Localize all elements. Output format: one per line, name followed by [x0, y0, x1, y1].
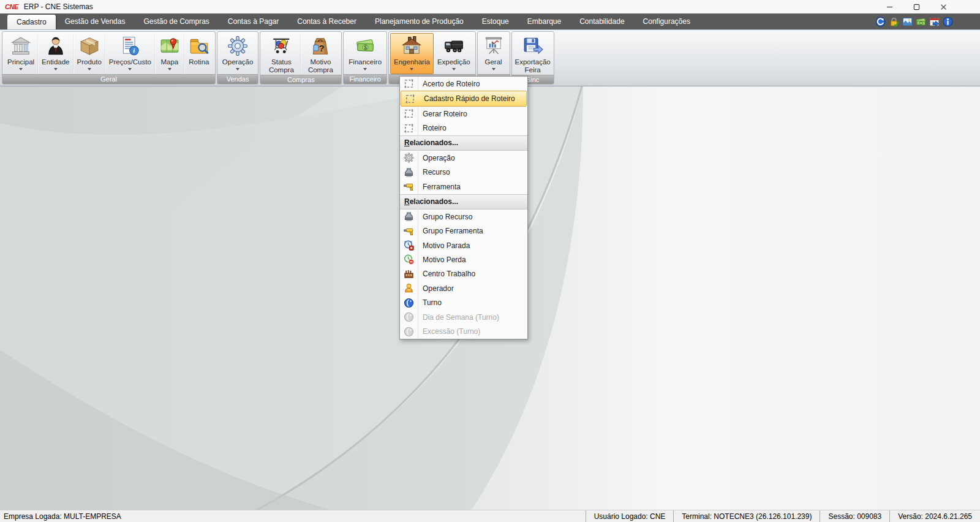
- tab-contas-a-pagar[interactable]: Contas à Pagar: [219, 13, 288, 29]
- status-empresa-logada: Empresa Logada: MULT-EMPRESA: [0, 512, 121, 521]
- chevron-down-icon: [128, 68, 132, 70]
- app-window: CNE ERP - CNE Sistemas CadastroGestão de…: [0, 0, 980, 522]
- menu-item-label: Motivo Perda: [418, 255, 466, 264]
- chevron-down-icon: [88, 68, 91, 70]
- money-icon: $: [355, 36, 375, 56]
- tab-gestao-de-vendas[interactable]: Gestão de Vendas: [56, 13, 135, 29]
- menu-item-centro-trabalho[interactable]: Centro Trabalho: [400, 267, 527, 281]
- ribbon-button-principal[interactable]: Principal: [4, 33, 38, 74]
- menu-item-gerar-roteiro[interactable]: Gerar Roteiro: [400, 107, 527, 121]
- tab-contabilidade[interactable]: Contabilidade: [570, 13, 633, 29]
- tab-embarque[interactable]: Embarque: [518, 13, 570, 29]
- maximize-button[interactable]: [903, 0, 930, 13]
- menu-item-cadastro-rapido-de-roteiro[interactable]: Cadastro Rápido de Roteiro: [401, 91, 527, 106]
- ribbon-button-engenharia[interactable]: Engenharia: [390, 33, 434, 74]
- ribbon-group-caption: Geral: [2, 74, 215, 84]
- window-controls: [876, 0, 957, 13]
- engenharia-dropdown-menu: Acerto de RoteiroCadastro Rápido de Rote…: [399, 76, 528, 339]
- ribbon-button-label: Rotina: [189, 58, 209, 66]
- ribbon-button-operacao[interactable]: Operação: [219, 33, 257, 74]
- tab-cadastro[interactable]: Cadastro: [7, 15, 56, 29]
- menu-item-label: Gerar Roteiro: [418, 110, 467, 118]
- sync-icon[interactable]: [875, 17, 886, 27]
- cash-icon[interactable]: [916, 17, 926, 27]
- calendar-export-icon[interactable]: [929, 17, 940, 27]
- svg-text:$: $: [364, 44, 367, 50]
- ribbon-button-status-compra[interactable]: Status Compra: [262, 33, 301, 75]
- ribbon-group-buttons: Status Compra?Motivo Compra: [260, 32, 341, 75]
- menu-item-roteiro[interactable]: Roteiro: [400, 121, 527, 135]
- ribbon-button-mapa[interactable]: Mapa: [155, 33, 184, 74]
- lock-icon[interactable]: [889, 17, 899, 27]
- ribbon-button-label: Principal: [7, 58, 34, 66]
- menu-item-label: Motivo Parada: [418, 241, 470, 250]
- menu-item-operacao[interactable]: Operação: [400, 151, 527, 165]
- menu-item-label: Recurso: [418, 168, 450, 176]
- status-segment-versao: Versão: 2024.6.21.265: [889, 510, 980, 522]
- menu-item-turno[interactable]: Turno: [400, 296, 527, 310]
- ribbon-group-caption: Financeiro: [344, 74, 386, 84]
- ribbon-button-label: Operação: [222, 58, 254, 66]
- drill-icon: [400, 181, 418, 192]
- menu-item-recurso[interactable]: Recurso: [400, 165, 527, 180]
- ribbon-button-exportacao-feira[interactable]: Exportação Feira: [513, 33, 552, 75]
- factory-icon: [401, 36, 422, 56]
- menu-item-excessao-turno: Excessão (Turno): [400, 324, 527, 338]
- chevron-down-icon: [54, 68, 58, 70]
- ribbon-button-produto[interactable]: Produto: [74, 33, 105, 74]
- cne-logo: CNE: [5, 3, 18, 10]
- menu-section-header: Relacionados...: [400, 135, 527, 151]
- shift-icon: [400, 298, 418, 308]
- picture-icon[interactable]: [902, 17, 913, 27]
- ribbon-button-entidade[interactable]: Entidade: [38, 33, 73, 74]
- person-icon: [45, 36, 66, 56]
- ribbon-button-geral[interactable]: Geral: [479, 33, 508, 74]
- cart-icon: [271, 36, 292, 56]
- menu-item-label: Turno: [418, 298, 442, 307]
- chevron-down-icon: [168, 68, 172, 70]
- menu-item-label: Grupo Ferramenta: [418, 227, 483, 235]
- resource-machine-icon: [400, 167, 418, 178]
- shift-disabled-icon: [400, 312, 418, 322]
- ribbon-button-motivo-compra[interactable]: ?Motivo Compra: [301, 33, 340, 75]
- ribbon-button-rotina[interactable]: Rotina: [184, 33, 214, 74]
- tab-list: CadastroGestão de VendasGestão de Compra…: [0, 13, 699, 29]
- menu-section-header: Relacionados...: [400, 194, 527, 210]
- menu-item-ferramenta[interactable]: Ferramenta: [400, 180, 527, 194]
- ribbon-group-buttons: Geral: [478, 32, 510, 74]
- ribbon-button-financeiro[interactable]: $Financeiro: [345, 33, 385, 74]
- ribbon-button-label: Produto: [77, 58, 102, 66]
- menu-item-grupo-ferramenta[interactable]: Grupo Ferramenta: [400, 224, 527, 238]
- menu-item-label: Acerto de Roteiro: [418, 80, 480, 88]
- ribbon-button-expedicao[interactable]: Expedição: [434, 33, 474, 74]
- ribbon-group-buttons: EngenhariaExpedição: [389, 32, 475, 74]
- drill-icon: [400, 226, 418, 236]
- menu-item-label: Operador: [418, 284, 454, 293]
- ribbon-button-label: Preços/Custo: [109, 58, 151, 66]
- ribbon-button-label: Financeiro: [349, 58, 382, 66]
- tab-configuracoes[interactable]: Configurações: [634, 13, 699, 29]
- info-icon[interactable]: [943, 17, 953, 27]
- ribbon-button-label: Engenharia: [394, 58, 430, 66]
- menu-item-operador[interactable]: Operador: [400, 281, 527, 295]
- menu-item-motivo-parada[interactable]: Motivo Parada: [400, 238, 527, 252]
- factory-small-icon: [400, 269, 418, 279]
- status-segment-sessao: Sessão: 009083: [820, 510, 889, 522]
- tab-contas-a-receber[interactable]: Contas à Receber: [288, 13, 366, 29]
- menu-item-acerto-de-roteiro[interactable]: Acerto de Roteiro: [400, 77, 527, 91]
- ribbon-group-buttons: Exportação Feira: [512, 32, 554, 75]
- chevron-down-icon: [19, 68, 23, 70]
- close-button[interactable]: [930, 0, 957, 13]
- menu-item-motivo-perda[interactable]: Motivo Perda: [400, 252, 527, 267]
- tab-gestao-de-compras[interactable]: Gestão de Compras: [134, 13, 218, 29]
- ribbon-button-label: Mapa: [160, 58, 178, 66]
- tab-estoque[interactable]: Estoque: [473, 13, 518, 29]
- minimize-button[interactable]: [876, 0, 903, 13]
- menu-tab-bar: CadastroGestão de VendasGestão de Compra…: [0, 13, 980, 29]
- ribbon-button-precos-custo[interactable]: iPreços/Custo: [105, 33, 155, 74]
- tray-icon-bar: [875, 13, 953, 29]
- ribbon-group-caption: Vendas: [217, 74, 258, 84]
- chevron-down-icon: [410, 68, 413, 70]
- menu-item-grupo-recurso[interactable]: Grupo Recurso: [400, 210, 527, 224]
- tab-planejamento-de-producao[interactable]: Planejamento de Produção: [366, 13, 473, 29]
